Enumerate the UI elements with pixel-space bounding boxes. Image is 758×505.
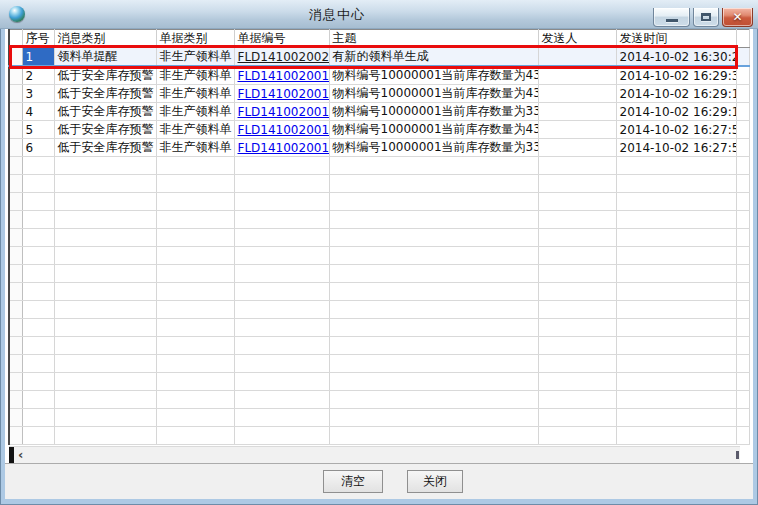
empty-row: [9, 373, 749, 391]
empty-cell: [616, 229, 736, 247]
row-selector-cell[interactable]: [9, 139, 22, 157]
table-row[interactable]: 4低于安全库存预警非生产领料单FLD141002001物料编号10000001当…: [9, 103, 749, 121]
empty-cell: [538, 229, 616, 247]
cell-extra: [736, 85, 749, 103]
empty-cell: [22, 319, 54, 337]
cell-doctype: 非生产领料单: [156, 66, 234, 85]
empty-cell: [22, 229, 54, 247]
table-row[interactable]: 6低于安全库存预警非生产领料单FLD141002001物料编号10000001当…: [9, 139, 749, 157]
col-header-senttime[interactable]: 发送时间: [616, 30, 736, 48]
empty-cell: [54, 301, 156, 319]
empty-cell: [234, 211, 329, 229]
empty-cell: [329, 265, 538, 283]
empty-row: [9, 301, 749, 319]
empty-cell: [54, 283, 156, 301]
table-row[interactable]: 2低于安全库存预警非生产领料单FLD141002001物料编号10000001当…: [9, 66, 749, 85]
empty-cell: [538, 247, 616, 265]
empty-cell: [616, 355, 736, 373]
empty-cell: [234, 319, 329, 337]
empty-cell: [736, 157, 749, 175]
minimize-button[interactable]: [653, 8, 690, 27]
horizontal-scrollbar[interactable]: ‹: [9, 446, 740, 463]
scroll-left-icon[interactable]: ‹: [18, 447, 23, 463]
empty-row: [9, 319, 749, 337]
empty-cell: [736, 355, 749, 373]
cell-sender: [538, 48, 616, 67]
col-header-sender[interactable]: 发送人: [538, 30, 616, 48]
empty-cell: [22, 211, 54, 229]
row-selector-cell[interactable]: [9, 121, 22, 139]
col-header-docno[interactable]: 单据编号: [234, 30, 329, 48]
row-selector-cell: [9, 319, 22, 337]
close-button[interactable]: ✕: [722, 8, 753, 27]
empty-cell: [538, 283, 616, 301]
col-header-subject[interactable]: 主题: [329, 30, 538, 48]
empty-cell: [329, 391, 538, 409]
cell-category: 领料单提醒: [54, 48, 156, 67]
empty-cell: [54, 337, 156, 355]
empty-cell: [156, 427, 234, 445]
row-selector-cell: [9, 355, 22, 373]
row-selector-cell[interactable]: [9, 85, 22, 103]
docno-link[interactable]: FLD141002001: [238, 123, 330, 137]
row-selector-cell[interactable]: [9, 103, 22, 121]
cell-seq: 6: [22, 139, 54, 157]
col-header-seq[interactable]: 序号: [22, 30, 54, 48]
cell-extra: [736, 66, 749, 85]
cell-seq: 4: [22, 103, 54, 121]
scrollbar-thumb[interactable]: [9, 447, 14, 463]
scroll-right-icon[interactable]: [736, 451, 739, 459]
maximize-icon: [701, 13, 711, 21]
empty-cell: [234, 427, 329, 445]
empty-cell: [616, 391, 736, 409]
empty-cell: [234, 175, 329, 193]
empty-cell: [54, 211, 156, 229]
cell-category: 低于安全库存预警: [54, 121, 156, 139]
table-row[interactable]: 5低于安全库存预警非生产领料单FLD141002001物料编号10000001当…: [9, 121, 749, 139]
empty-cell: [736, 247, 749, 265]
empty-cell: [156, 283, 234, 301]
empty-cell: [329, 247, 538, 265]
empty-cell: [22, 301, 54, 319]
row-selector-cell[interactable]: [9, 66, 22, 85]
clear-button[interactable]: 清空: [323, 470, 383, 493]
empty-cell: [156, 355, 234, 373]
docno-link[interactable]: FLD141002001: [238, 105, 330, 119]
empty-cell: [156, 211, 234, 229]
docno-link[interactable]: FLD141002001: [238, 87, 330, 101]
title-bar[interactable]: 消息中心 ✕: [0, 0, 758, 29]
cell-senttime: 2014-10-02 16:29:12: [616, 103, 736, 121]
empty-cell: [736, 373, 749, 391]
empty-cell: [54, 427, 156, 445]
empty-cell: [22, 391, 54, 409]
empty-cell: [616, 373, 736, 391]
docno-link[interactable]: FLD141002002: [238, 50, 330, 64]
empty-cell: [22, 265, 54, 283]
col-header-category[interactable]: 消息类别: [54, 30, 156, 48]
docno-link[interactable]: FLD141002001: [238, 141, 330, 155]
empty-cell: [234, 301, 329, 319]
row-selector-cell[interactable]: [9, 48, 22, 67]
table-row[interactable]: 3低于安全库存预警非生产领料单FLD141002001物料编号10000001当…: [9, 85, 749, 103]
empty-cell: [54, 409, 156, 427]
col-header-doctype[interactable]: 单据类别: [156, 30, 234, 48]
empty-cell: [329, 229, 538, 247]
close-dialog-button[interactable]: 关闭: [407, 470, 463, 493]
empty-cell: [22, 247, 54, 265]
close-icon: ✕: [732, 11, 742, 23]
table-row[interactable]: 1领料单提醒非生产领料单FLD141002002有新的领料单生成2014-10-…: [9, 48, 749, 67]
empty-cell: [234, 229, 329, 247]
empty-cell: [156, 265, 234, 283]
empty-cell: [54, 391, 156, 409]
empty-cell: [329, 427, 538, 445]
empty-cell: [538, 391, 616, 409]
maximize-button[interactable]: [693, 8, 719, 27]
empty-cell: [22, 283, 54, 301]
empty-cell: [616, 301, 736, 319]
cell-doctype: 非生产领料单: [156, 85, 234, 103]
empty-cell: [616, 211, 736, 229]
empty-cell: [234, 373, 329, 391]
cell-senttime: 2014-10-02 16:27:55: [616, 139, 736, 157]
docno-link[interactable]: FLD141002001: [238, 69, 330, 83]
empty-cell: [156, 229, 234, 247]
